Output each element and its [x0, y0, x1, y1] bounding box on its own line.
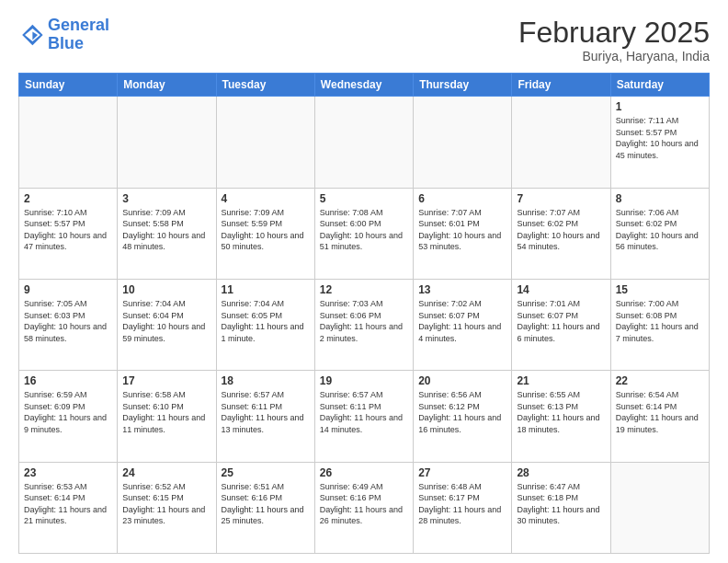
month-title: February 2025: [518, 17, 710, 49]
day-cell: [610, 462, 709, 553]
day-info: Sunrise: 7:10 AM Sunset: 5:57 PM Dayligh…: [24, 207, 112, 253]
day-number: 12: [320, 283, 408, 296]
day-cell: 2Sunrise: 7:10 AM Sunset: 5:57 PM Daylig…: [19, 188, 118, 279]
day-cell: [216, 97, 314, 188]
day-cell: 8Sunrise: 7:06 AM Sunset: 6:02 PM Daylig…: [610, 188, 709, 279]
day-number: 27: [418, 466, 506, 479]
day-info: Sunrise: 6:57 AM Sunset: 6:11 PM Dayligh…: [320, 389, 408, 435]
day-info: Sunrise: 6:49 AM Sunset: 6:16 PM Dayligh…: [320, 481, 408, 527]
col-header-friday: Friday: [512, 74, 610, 97]
day-number: 10: [122, 283, 210, 296]
day-number: 5: [320, 192, 408, 205]
day-info: Sunrise: 6:48 AM Sunset: 6:17 PM Dayligh…: [418, 481, 506, 527]
logo: General Blue: [18, 17, 109, 53]
day-info: Sunrise: 6:53 AM Sunset: 6:14 PM Dayligh…: [24, 481, 112, 527]
day-info: Sunrise: 7:06 AM Sunset: 6:02 PM Dayligh…: [616, 207, 704, 253]
calendar-header-row: SundayMondayTuesdayWednesdayThursdayFrid…: [19, 74, 710, 97]
day-cell: 28Sunrise: 6:47 AM Sunset: 6:18 PM Dayli…: [512, 462, 610, 553]
day-number: 11: [222, 283, 310, 296]
day-cell: 26Sunrise: 6:49 AM Sunset: 6:16 PM Dayli…: [314, 462, 413, 553]
day-info: Sunrise: 6:56 AM Sunset: 6:12 PM Dayligh…: [418, 389, 506, 435]
col-header-sunday: Sunday: [19, 74, 118, 97]
day-cell: 13Sunrise: 7:02 AM Sunset: 6:07 PM Dayli…: [414, 279, 512, 370]
week-row-0: 1Sunrise: 7:11 AM Sunset: 5:57 PM Daylig…: [19, 97, 710, 188]
day-cell: 4Sunrise: 7:09 AM Sunset: 5:59 PM Daylig…: [216, 188, 314, 279]
day-cell: 22Sunrise: 6:54 AM Sunset: 6:14 PM Dayli…: [610, 371, 709, 462]
day-info: Sunrise: 7:09 AM Sunset: 5:58 PM Dayligh…: [122, 207, 210, 253]
day-cell: 7Sunrise: 7:07 AM Sunset: 6:02 PM Daylig…: [512, 188, 610, 279]
col-header-saturday: Saturday: [610, 74, 709, 97]
logo-line1: General: [48, 16, 109, 34]
day-info: Sunrise: 6:47 AM Sunset: 6:18 PM Dayligh…: [517, 481, 605, 527]
day-number: 25: [222, 466, 310, 479]
day-cell: 6Sunrise: 7:07 AM Sunset: 6:01 PM Daylig…: [414, 188, 512, 279]
day-info: Sunrise: 7:03 AM Sunset: 6:06 PM Dayligh…: [320, 298, 408, 344]
day-number: 2: [24, 192, 112, 205]
header: General Blue February 2025 Buriya, Harya…: [18, 17, 710, 63]
day-info: Sunrise: 6:57 AM Sunset: 6:11 PM Dayligh…: [222, 389, 310, 435]
day-cell: 11Sunrise: 7:04 AM Sunset: 6:05 PM Dayli…: [216, 279, 314, 370]
logo-line2: Blue: [48, 34, 84, 52]
day-number: 23: [24, 466, 112, 479]
day-cell: 5Sunrise: 7:08 AM Sunset: 6:00 PM Daylig…: [314, 188, 413, 279]
logo-icon: [18, 22, 44, 48]
col-header-monday: Monday: [118, 74, 216, 97]
day-cell: 20Sunrise: 6:56 AM Sunset: 6:12 PM Dayli…: [414, 371, 512, 462]
day-cell: 9Sunrise: 7:05 AM Sunset: 6:03 PM Daylig…: [19, 279, 118, 370]
day-cell: [314, 97, 413, 188]
logo-text: General Blue: [48, 17, 109, 53]
day-info: Sunrise: 6:54 AM Sunset: 6:14 PM Dayligh…: [616, 389, 704, 435]
day-cell: 21Sunrise: 6:55 AM Sunset: 6:13 PM Dayli…: [512, 371, 610, 462]
day-cell: 15Sunrise: 7:00 AM Sunset: 6:08 PM Dayli…: [610, 279, 709, 370]
col-header-thursday: Thursday: [414, 74, 512, 97]
day-number: 7: [517, 192, 605, 205]
day-info: Sunrise: 7:08 AM Sunset: 6:00 PM Dayligh…: [320, 207, 408, 253]
title-block: February 2025 Buriya, Haryana, India: [518, 17, 710, 63]
day-info: Sunrise: 7:00 AM Sunset: 6:08 PM Dayligh…: [616, 298, 704, 344]
day-cell: 14Sunrise: 7:01 AM Sunset: 6:07 PM Dayli…: [512, 279, 610, 370]
day-info: Sunrise: 7:05 AM Sunset: 6:03 PM Dayligh…: [24, 298, 112, 344]
day-info: Sunrise: 6:59 AM Sunset: 6:09 PM Dayligh…: [24, 389, 112, 435]
day-number: 20: [418, 374, 506, 387]
day-cell: 19Sunrise: 6:57 AM Sunset: 6:11 PM Dayli…: [314, 371, 413, 462]
page: General Blue February 2025 Buriya, Harya…: [0, 0, 728, 563]
day-info: Sunrise: 6:51 AM Sunset: 6:16 PM Dayligh…: [222, 481, 310, 527]
day-number: 6: [418, 192, 506, 205]
day-info: Sunrise: 7:01 AM Sunset: 6:07 PM Dayligh…: [517, 298, 605, 344]
day-cell: 27Sunrise: 6:48 AM Sunset: 6:17 PM Dayli…: [414, 462, 512, 553]
day-info: Sunrise: 7:07 AM Sunset: 6:01 PM Dayligh…: [418, 207, 506, 253]
day-cell: 10Sunrise: 7:04 AM Sunset: 6:04 PM Dayli…: [118, 279, 216, 370]
day-cell: [512, 97, 610, 188]
day-number: 15: [616, 283, 704, 296]
day-cell: [414, 97, 512, 188]
day-number: 18: [222, 374, 310, 387]
day-cell: 3Sunrise: 7:09 AM Sunset: 5:58 PM Daylig…: [118, 188, 216, 279]
day-cell: 1Sunrise: 7:11 AM Sunset: 5:57 PM Daylig…: [610, 97, 709, 188]
day-info: Sunrise: 7:04 AM Sunset: 6:05 PM Dayligh…: [222, 298, 310, 344]
day-info: Sunrise: 7:04 AM Sunset: 6:04 PM Dayligh…: [122, 298, 210, 344]
day-number: 22: [616, 374, 704, 387]
day-info: Sunrise: 6:55 AM Sunset: 6:13 PM Dayligh…: [517, 389, 605, 435]
day-cell: 23Sunrise: 6:53 AM Sunset: 6:14 PM Dayli…: [19, 462, 118, 553]
day-info: Sunrise: 7:09 AM Sunset: 5:59 PM Dayligh…: [222, 207, 310, 253]
week-row-1: 2Sunrise: 7:10 AM Sunset: 5:57 PM Daylig…: [19, 188, 710, 279]
col-header-tuesday: Tuesday: [216, 74, 314, 97]
day-number: 19: [320, 374, 408, 387]
day-cell: [19, 97, 118, 188]
calendar-table: SundayMondayTuesdayWednesdayThursdayFrid…: [18, 73, 710, 554]
day-number: 26: [320, 466, 408, 479]
day-info: Sunrise: 6:52 AM Sunset: 6:15 PM Dayligh…: [122, 481, 210, 527]
day-cell: 25Sunrise: 6:51 AM Sunset: 6:16 PM Dayli…: [216, 462, 314, 553]
day-cell: 17Sunrise: 6:58 AM Sunset: 6:10 PM Dayli…: [118, 371, 216, 462]
day-number: 4: [222, 192, 310, 205]
day-number: 14: [517, 283, 605, 296]
day-cell: 24Sunrise: 6:52 AM Sunset: 6:15 PM Dayli…: [118, 462, 216, 553]
day-number: 9: [24, 283, 112, 296]
day-cell: 16Sunrise: 6:59 AM Sunset: 6:09 PM Dayli…: [19, 371, 118, 462]
day-cell: 12Sunrise: 7:03 AM Sunset: 6:06 PM Dayli…: [314, 279, 413, 370]
day-cell: 18Sunrise: 6:57 AM Sunset: 6:11 PM Dayli…: [216, 371, 314, 462]
day-info: Sunrise: 7:11 AM Sunset: 5:57 PM Dayligh…: [616, 115, 704, 161]
day-info: Sunrise: 7:07 AM Sunset: 6:02 PM Dayligh…: [517, 207, 605, 253]
day-number: 3: [122, 192, 210, 205]
day-number: 17: [122, 374, 210, 387]
